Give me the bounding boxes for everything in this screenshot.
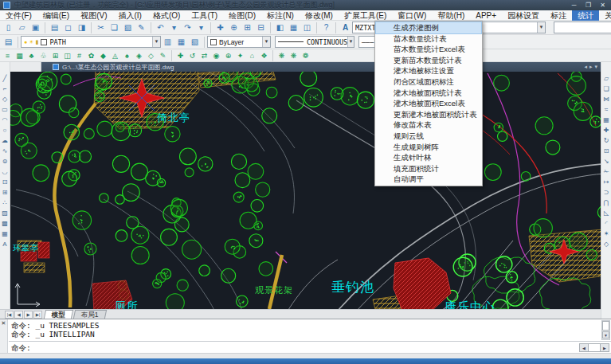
mtext-icon[interactable]: A bbox=[0, 239, 10, 249]
save-icon[interactable]: ▣ bbox=[29, 22, 42, 34]
insert-block-icon[interactable]: ⊡ bbox=[0, 177, 10, 187]
garden-tool-8-icon[interactable]: ✿ bbox=[85, 50, 97, 61]
pan-icon[interactable]: ✚ bbox=[213, 22, 227, 34]
publish-icon[interactable]: ◨ bbox=[75, 22, 88, 34]
garden-tool-19-icon[interactable]: ⊕ bbox=[222, 50, 234, 61]
mleader-style-combo[interactable]: ▼ bbox=[554, 22, 611, 33]
document-titlebar[interactable]: G:\...\某生态公园景观设计总平面图.dwg ◂ ▸ ▾ bbox=[10, 62, 601, 72]
circle-icon[interactable]: ○ bbox=[0, 125, 10, 135]
dropdown-item-11[interactable]: 规则云线 bbox=[376, 131, 481, 142]
tab-nav-4[interactable]: ▶| bbox=[33, 311, 42, 319]
chevron-down-icon[interactable]: ▼ bbox=[537, 22, 545, 33]
zoom-realtime-icon[interactable]: ⊕ bbox=[227, 22, 241, 34]
layer-previous-icon[interactable]: ▥ bbox=[161, 36, 174, 49]
menubar-item-13[interactable]: APP+ bbox=[470, 10, 502, 21]
close-button[interactable]: ✕ bbox=[596, 1, 609, 10]
linetype-combo[interactable]: CONTINUOUS ▼ bbox=[275, 36, 354, 48]
garden-tool-20-icon[interactable]: ✦ bbox=[234, 50, 246, 61]
table-style-combo[interactable]: ▼ bbox=[479, 22, 546, 33]
menubar-item-1[interactable]: 文件(F) bbox=[0, 10, 37, 21]
garden-tool-10-icon[interactable]: ◬ bbox=[109, 50, 121, 61]
trim-icon[interactable]: ✁ bbox=[601, 166, 611, 177]
menubar-item-6[interactable]: 工具(T) bbox=[186, 10, 223, 21]
move-icon[interactable]: ✚ bbox=[601, 125, 611, 135]
command-window[interactable]: ✕ 命令: _u TREESAMPLES 命令: _u INTELLIPAN 命… bbox=[0, 319, 611, 353]
viewport-join-icon[interactable]: ◫ bbox=[300, 22, 314, 34]
layer-on-bulb-icon[interactable]: ● bbox=[24, 39, 27, 45]
ellipse-icon[interactable]: ⊜ bbox=[0, 156, 10, 166]
menubar-item-9[interactable]: 修改(M) bbox=[300, 10, 339, 21]
garden-tool-13-icon[interactable]: ◇ bbox=[145, 50, 157, 61]
garden-settings-1-icon[interactable]: ❋ bbox=[276, 50, 288, 61]
dropdown-item-10[interactable]: 修改苗木表 bbox=[376, 119, 481, 131]
zoom-previous-icon[interactable]: ⊟ bbox=[254, 22, 268, 34]
menubar-item-2[interactable]: 编辑(E) bbox=[37, 10, 75, 21]
menubar-item-14[interactable]: 园林设置 bbox=[502, 10, 545, 21]
tab-布局1[interactable]: 布局1 bbox=[73, 310, 107, 319]
menubar-item-5[interactable]: 格式(O) bbox=[147, 10, 186, 21]
menubar-item-12[interactable]: 帮助(H) bbox=[432, 10, 470, 21]
copy-icon[interactable]: ❏ bbox=[601, 84, 611, 94]
color-combo[interactable]: ByLayer ▼ bbox=[207, 36, 271, 48]
tab-模型[interactable]: 模型 bbox=[44, 310, 73, 319]
chevron-down-icon[interactable]: ▼ bbox=[262, 37, 270, 47]
menubar-item-4[interactable]: 插入(I) bbox=[112, 10, 147, 21]
spline-icon[interactable]: ∿ bbox=[0, 146, 10, 156]
fillet-icon[interactable]: ◜ bbox=[601, 218, 611, 229]
garden-tool-21-icon[interactable]: ⌂ bbox=[246, 50, 258, 61]
join-icon[interactable]: ⋂ bbox=[601, 198, 611, 208]
garden-tool-5-icon[interactable]: ⊞ bbox=[49, 50, 61, 61]
layer-combo[interactable]: ●☀▮ PATH ▼ bbox=[21, 36, 161, 48]
garden-tool-11-icon[interactable]: ♠ bbox=[121, 50, 133, 61]
layer-lock-icon[interactable]: ▮ bbox=[36, 39, 39, 45]
table-icon[interactable]: ▦ bbox=[0, 229, 10, 239]
garden-tool-7-icon[interactable]: # bbox=[73, 50, 85, 61]
doc-nav-prev-icon[interactable]: ◂ bbox=[584, 64, 587, 70]
chamfer-icon[interactable]: ◺ bbox=[601, 208, 611, 218]
command-vscrollbar[interactable]: ▼ bbox=[601, 320, 610, 340]
dropdown-item-7[interactable]: 灌木地被面积统计表 bbox=[376, 88, 481, 99]
dropdown-item-13[interactable]: 生成针叶林 bbox=[376, 152, 481, 163]
redo-icon[interactable]: ↷ bbox=[181, 22, 194, 34]
menubar-item-16[interactable]: 统计 bbox=[572, 10, 599, 21]
garden-tool-2-icon[interactable]: ▦ bbox=[14, 50, 25, 61]
dropdown-item-12[interactable]: 生成规则树阵 bbox=[376, 142, 481, 153]
ellipse-arc-icon[interactable]: ◡ bbox=[0, 166, 10, 177]
arc-icon[interactable]: ◠ bbox=[0, 115, 10, 125]
scroll-left-icon[interactable]: ◀ bbox=[579, 343, 589, 352]
doc-nav-menu-icon[interactable]: ▾ bbox=[594, 64, 597, 70]
break-icon[interactable]: ⊃ bbox=[601, 187, 611, 198]
garden-tool-16-icon[interactable]: ↺ bbox=[186, 50, 198, 61]
menubar-item-3[interactable]: 视图(V) bbox=[75, 10, 112, 21]
dropdown-item-5[interactable]: 灌木地被标注设置 bbox=[376, 65, 481, 76]
scroll-down-icon[interactable]: ▼ bbox=[602, 331, 609, 339]
garden-tool-15-icon[interactable]: ✚ bbox=[174, 50, 186, 61]
garden-tool-3-icon[interactable]: ♣ bbox=[25, 50, 37, 61]
garden-tool-14-icon[interactable]: ✎ bbox=[157, 50, 169, 61]
garden-tool-12-icon[interactable]: ◈ bbox=[133, 50, 145, 61]
open-icon[interactable]: ▱ bbox=[15, 22, 29, 34]
dropdown-item-1[interactable]: 生成乔灌图例 bbox=[376, 22, 481, 33]
text-style-icon[interactable]: A bbox=[339, 22, 352, 34]
tab-nav-2[interactable]: ◀ bbox=[14, 311, 23, 319]
explode-icon[interactable]: ✶ bbox=[601, 229, 611, 239]
undo-icon[interactable]: ↶ bbox=[154, 22, 167, 34]
zoom-window-icon[interactable]: ⊞ bbox=[241, 22, 254, 34]
rectangle-icon[interactable]: ▭ bbox=[0, 104, 10, 115]
command-close-button[interactable]: ✕ bbox=[0, 319, 7, 327]
layer-properties-manager-icon[interactable]: ▤ bbox=[2, 36, 15, 49]
menubar-item-17[interactable]: 关于园林 bbox=[599, 10, 611, 21]
scroll-right-icon[interactable]: ▶ bbox=[600, 343, 609, 352]
dropdown-item-15[interactable]: 自动调平 bbox=[376, 174, 481, 185]
viewport-multiple-icon[interactable]: ▦ bbox=[287, 22, 300, 34]
doc-nav-next-icon[interactable]: ▸ bbox=[589, 64, 593, 70]
redo-dropdown-icon[interactable]: ▾ bbox=[194, 22, 208, 34]
garden-tool-4-icon[interactable]: ♧ bbox=[37, 50, 49, 61]
menubar-item-10[interactable]: 扩展工具(E) bbox=[339, 10, 392, 21]
extend-icon[interactable]: ↦ bbox=[601, 177, 611, 187]
undo-dropdown-icon[interactable]: ▾ bbox=[167, 22, 181, 34]
tab-nav-3[interactable]: ▶ bbox=[24, 311, 33, 319]
layer-freeze-sun-icon[interactable]: ☀ bbox=[29, 39, 33, 45]
dropdown-item-14[interactable]: 填充面积统计 bbox=[376, 163, 481, 174]
menubar-item-8[interactable]: 标注(N) bbox=[261, 10, 300, 21]
